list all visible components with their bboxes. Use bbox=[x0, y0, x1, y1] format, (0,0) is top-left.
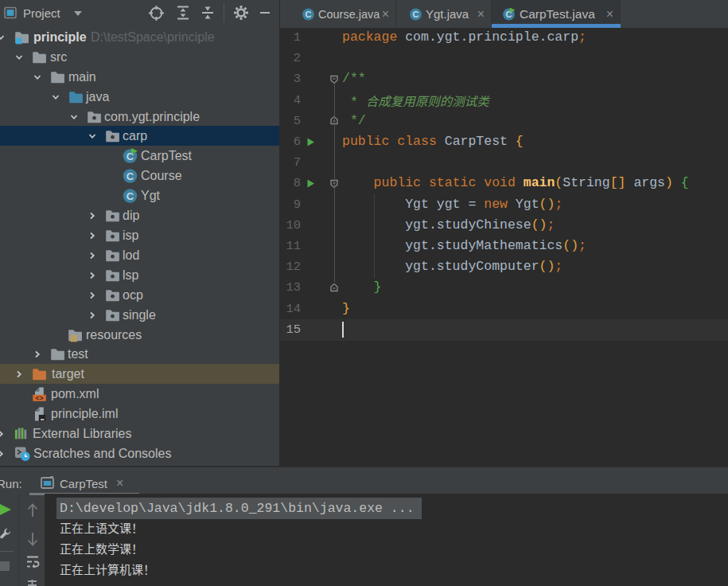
svg-text:C: C bbox=[306, 10, 312, 19]
svg-text:<>: <> bbox=[36, 393, 44, 401]
svg-text:C: C bbox=[127, 170, 134, 182]
svg-text:C: C bbox=[413, 10, 419, 19]
svg-text:C: C bbox=[127, 189, 134, 201]
